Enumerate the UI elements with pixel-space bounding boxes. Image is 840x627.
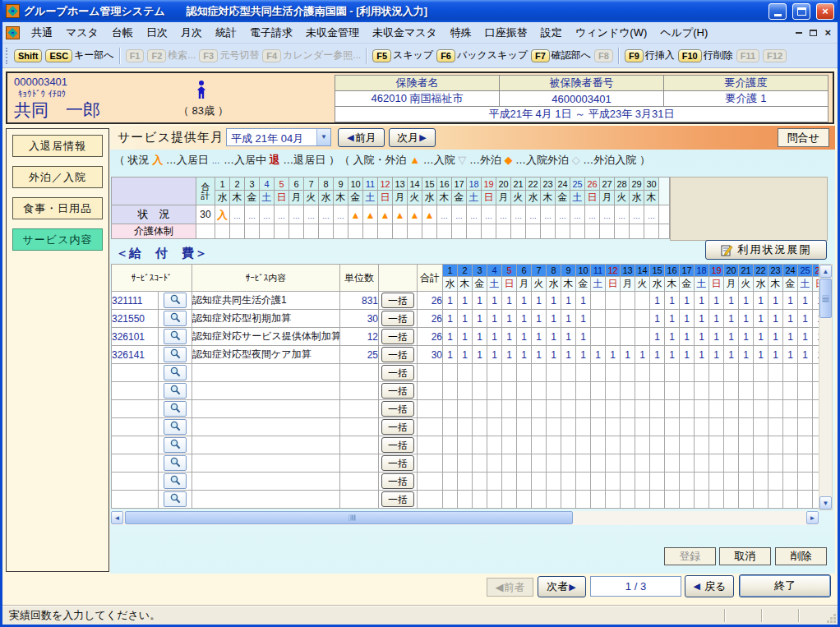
sidebar-item-1[interactable]: 外泊／入院 [12,166,103,188]
day-count-cell[interactable] [695,454,709,473]
day-count-cell[interactable]: 1 [695,292,709,310]
day-count-cell[interactable] [487,454,502,473]
day-count-cell[interactable] [680,454,695,473]
day-count-cell[interactable]: 1 [695,328,709,346]
day-count-cell[interactable] [487,418,502,436]
menu-item-4[interactable]: 月次 [174,23,209,43]
resize-grip[interactable] [826,613,836,623]
day-count-cell[interactable] [739,473,754,491]
day-count-cell[interactable] [576,364,591,382]
day-count-cell[interactable] [798,491,813,509]
day-count-cell[interactable]: 1 [665,310,680,328]
day-count-cell[interactable] [709,491,724,509]
day-count-cell[interactable]: 1 [813,310,819,328]
day-count-cell[interactable]: 1 [502,346,517,364]
day-count-cell[interactable] [473,491,487,509]
day-count-cell[interactable] [813,454,819,473]
day-count-cell[interactable] [724,400,739,418]
day-count-cell[interactable]: 1 [709,310,724,328]
day-count-cell[interactable] [473,382,487,400]
day-count-cell[interactable] [532,418,547,436]
day-count-cell[interactable] [576,418,591,436]
day-count-cell[interactable]: 1 [798,346,813,364]
day-count-cell[interactable] [591,292,606,310]
day-count-cell[interactable]: 1 [443,346,458,364]
day-count-cell[interactable] [739,491,754,509]
day-count-cell[interactable] [606,310,621,328]
day-count-cell[interactable]: 1 [783,346,798,364]
day-count-cell[interactable] [768,454,783,473]
day-count-cell[interactable] [458,418,473,436]
day-count-cell[interactable] [665,491,680,509]
day-count-cell[interactable] [576,400,591,418]
day-count-cell[interactable] [724,382,739,400]
day-count-cell[interactable] [695,364,709,382]
day-count-cell[interactable] [547,454,561,473]
day-count-cell[interactable]: 1 [487,328,502,346]
day-count-cell[interactable]: 1 [458,310,473,328]
day-count-cell[interactable] [709,400,724,418]
search-button[interactable] [164,311,187,326]
close-button[interactable]: × [816,3,834,20]
batch-button[interactable]: 一括 [381,293,414,308]
toolbar-button-f5[interactable]: F5スキップ [371,48,435,62]
day-count-cell[interactable]: 1 [443,328,458,346]
mdi-minimize-icon[interactable] [796,32,802,34]
day-count-cell[interactable] [768,491,783,509]
day-count-cell[interactable]: 1 [650,346,665,364]
day-count-cell[interactable] [783,400,798,418]
vertical-scroll-thumb[interactable] [819,279,832,318]
day-count-cell[interactable]: 1 [739,346,754,364]
day-count-cell[interactable] [724,418,739,436]
menu-item-1[interactable]: マスタ [59,23,105,43]
menu-item-12[interactable]: ウィンドウ(W) [569,23,653,43]
day-count-cell[interactable] [502,382,517,400]
day-count-cell[interactable] [650,364,665,382]
day-count-cell[interactable]: 1 [635,346,650,364]
day-count-cell[interactable] [665,418,680,436]
day-count-cell[interactable] [502,436,517,454]
batch-button[interactable]: 一括 [381,401,414,417]
day-count-cell[interactable] [768,382,783,400]
day-count-cell[interactable] [443,491,458,509]
day-count-cell[interactable]: 1 [561,328,576,346]
day-count-cell[interactable]: 1 [576,310,591,328]
day-count-cell[interactable] [591,418,606,436]
day-count-cell[interactable]: 1 [650,310,665,328]
day-count-cell[interactable] [443,382,458,400]
day-count-cell[interactable] [783,418,798,436]
day-count-cell[interactable]: 1 [783,292,798,310]
day-count-cell[interactable] [768,400,783,418]
day-count-cell[interactable]: 1 [487,310,502,328]
day-count-cell[interactable] [487,364,502,382]
day-count-cell[interactable] [561,454,576,473]
day-count-cell[interactable]: 1 [665,328,680,346]
day-count-cell[interactable] [635,310,650,328]
day-count-cell[interactable]: 1 [680,310,695,328]
day-count-cell[interactable]: 1 [532,310,547,328]
day-count-cell[interactable] [665,473,680,491]
menu-item-9[interactable]: 特殊 [444,23,478,43]
day-count-cell[interactable] [621,400,635,418]
day-count-cell[interactable] [621,310,635,328]
day-count-cell[interactable] [517,454,532,473]
day-count-cell[interactable] [532,491,547,509]
day-count-cell[interactable] [606,473,621,491]
day-count-cell[interactable] [591,310,606,328]
toolbar-button-shift[interactable]: Shift [12,49,44,62]
day-count-cell[interactable] [502,400,517,418]
scroll-left-button[interactable]: ◄ [111,511,123,524]
day-count-cell[interactable] [606,491,621,509]
day-count-cell[interactable] [724,364,739,382]
day-count-cell[interactable] [532,364,547,382]
day-count-cell[interactable]: 1 [724,310,739,328]
day-count-cell[interactable]: 1 [798,310,813,328]
day-count-cell[interactable] [695,382,709,400]
day-count-cell[interactable] [695,400,709,418]
day-count-cell[interactable] [709,364,724,382]
day-count-cell[interactable]: 1 [443,310,458,328]
horizontal-scroll-thumb[interactable] [125,511,573,524]
day-count-cell[interactable] [547,473,561,491]
day-count-cell[interactable] [443,473,458,491]
day-count-cell[interactable]: 1 [502,310,517,328]
